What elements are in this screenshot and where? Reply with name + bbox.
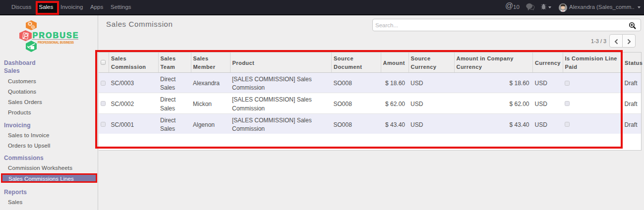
svg-text:PROFESSIONAL BUSINESS: PROFESSIONAL BUSINESS xyxy=(38,41,74,44)
svg-text:PROBUSE: PROBUSE xyxy=(33,31,78,40)
